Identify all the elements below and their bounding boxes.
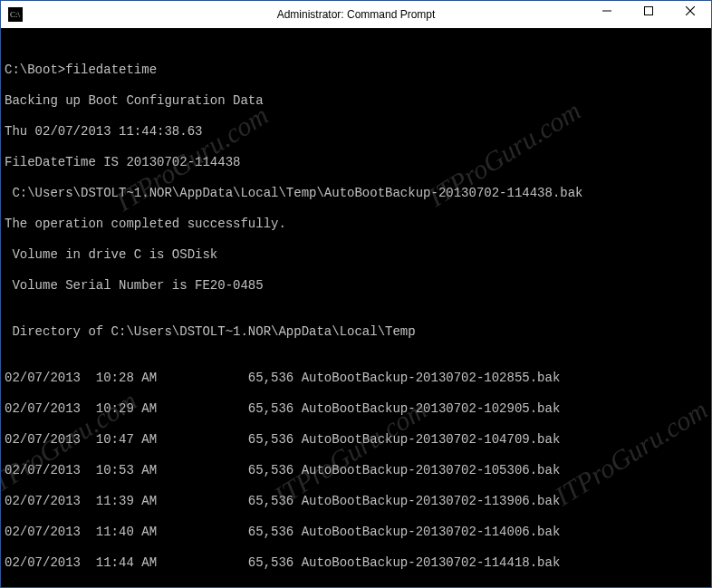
window-controls [586, 1, 711, 21]
svg-rect-3 [645, 7, 653, 15]
console-line: The operation completed successfully. [5, 217, 707, 232]
command-prompt-window: C:\ Administrator: Command Prompt C:\Boo… [0, 0, 712, 588]
dir-row: 02/07/2013 10:28 AM 65,536 AutoBootBacku… [5, 371, 707, 386]
dir-row: 02/07/2013 11:40 AM 65,536 AutoBootBacku… [5, 525, 707, 540]
console-line: Thu 02/07/2013 11:44:38.63 [5, 124, 707, 140]
title-bar[interactable]: C:\ Administrator: Command Prompt [1, 1, 711, 28]
console-line: FileDateTime IS 20130702-114438 [5, 155, 707, 170]
dir-row: 02/07/2013 10:29 AM 65,536 AutoBootBacku… [5, 401, 707, 417]
console-line: Backing up Boot Configuration Data [5, 93, 707, 109]
prompt: C:\Boot> [5, 63, 65, 77]
close-button[interactable] [669, 1, 711, 21]
svg-text:C:\: C:\ [10, 10, 21, 19]
console-area[interactable]: C:\Boot>filedatetime Backing up Boot Con… [1, 28, 711, 587]
console-line: Volume Serial Number is FE20-0485 [5, 278, 707, 294]
dir-row: 02/07/2013 10:47 AM 65,536 AutoBootBacku… [5, 432, 707, 448]
console-line: Directory of C:\Users\DSTOLT~1.NOR\AppDa… [5, 324, 707, 340]
app-icon: C:\ [8, 7, 23, 22]
dir-row: 02/07/2013 11:44 AM 65,536 AutoBootBacku… [5, 586, 707, 587]
console-line: C:\Users\DSTOLT~1.NOR\AppData\Local\Temp… [5, 186, 707, 201]
console-line: C:\Boot>filedatetime [5, 63, 707, 78]
dir-row: 02/07/2013 11:39 AM 65,536 AutoBootBacku… [5, 494, 707, 509]
console-line: Volume in drive C is OSDisk [5, 247, 707, 263]
maximize-button[interactable] [628, 1, 669, 21]
minimize-button[interactable] [586, 1, 628, 21]
typed-command: filedatetime [65, 63, 157, 77]
dir-row: 02/07/2013 10:53 AM 65,536 AutoBootBacku… [5, 463, 707, 478]
dir-row: 02/07/2013 11:44 AM 65,536 AutoBootBacku… [5, 555, 707, 571]
